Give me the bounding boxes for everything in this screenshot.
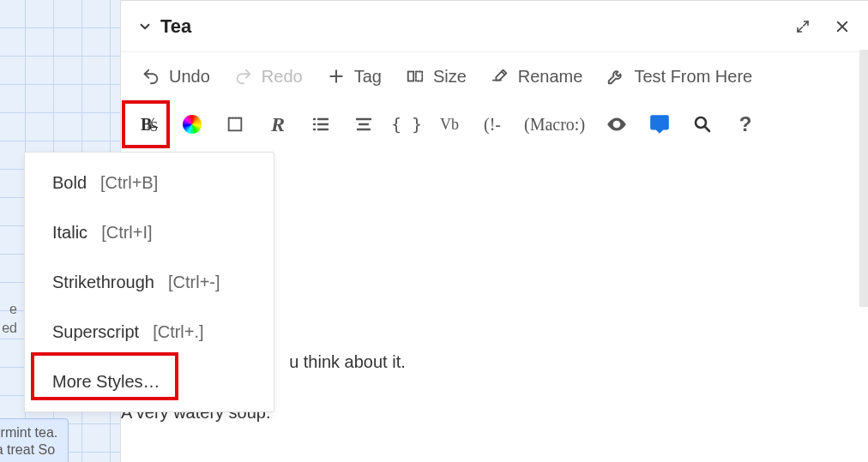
offscreen-passage-snippet-2: permint tea. t a treat So [0,418,69,462]
code-button[interactable]: { } [387,106,426,142]
format-toolbar: B/S R { } Vb (!- (Macro:) [121,100,868,148]
macro-label: (Macro:) [524,115,585,135]
titlebar: Tea [121,1,868,52]
rotation-button[interactable]: R [258,106,298,142]
menu-item-italic[interactable]: Italic [Ctrl+I] [25,207,274,257]
rename-button[interactable]: Rename [479,62,595,92]
svg-rect-0 [408,72,413,81]
svg-point-3 [615,123,618,126]
eye-icon [606,113,628,135]
styles-dropdown: Bold [Ctrl+B] Italic [Ctrl+I] Strikethro… [24,152,274,412]
svg-rect-2 [229,118,242,131]
macro-button[interactable]: (Macro:) [515,106,594,142]
conditional-label: (!- [484,115,501,135]
undo-button[interactable]: Undo [130,62,222,92]
redo-icon [234,67,253,86]
redo-label: Redo [262,67,303,87]
undo-icon [142,67,160,86]
help-button[interactable]: ? [726,106,765,142]
rotation-icon: R [271,113,285,136]
size-button[interactable]: Size [394,62,479,92]
size-label: Size [433,67,467,87]
conditional-button[interactable]: (!- [473,106,512,142]
test-label: Test From Here [634,67,752,87]
tag-button[interactable]: Tag [315,62,394,92]
border-button[interactable] [215,106,255,142]
size-icon [406,67,425,86]
passage-title: Tea [160,15,191,38]
offscreen-passage-snippet-1: e ed [0,300,17,338]
list-button[interactable] [301,106,341,142]
color-button[interactable] [172,106,212,142]
menu-item-strikethrough[interactable]: Strikethrough [Ctrl+-] [25,257,274,307]
comment-button[interactable] [640,106,679,142]
border-icon [226,115,244,134]
menu-item-superscript[interactable]: Superscript [Ctrl+.] [25,307,274,357]
list-icon [310,114,331,135]
rename-label: Rename [518,67,583,87]
var-label: Vb [440,116,459,134]
svg-rect-1 [416,72,422,81]
styles-icon: B/S [141,115,158,135]
scrollbar[interactable] [859,50,868,307]
expand-icon[interactable] [793,16,813,37]
search-button[interactable] [683,106,722,142]
search-icon [692,114,713,135]
var-button[interactable]: Vb [430,106,469,142]
menu-item-bold[interactable]: Bold [Ctrl+B] [25,158,274,207]
wrench-icon [606,67,625,86]
collapse-chevron-icon[interactable] [136,18,154,35]
braces-icon: { } [391,114,422,135]
preview-button[interactable] [597,106,636,142]
comment-icon [648,113,671,135]
align-icon [353,114,374,135]
rainbow-icon [183,115,202,134]
undo-label: Undo [169,67,210,87]
test-from-here-button[interactable]: Test From Here [594,62,764,92]
action-toolbar: Undo Redo Tag Size Rename [121,52,868,100]
menu-item-more-styles[interactable]: More Styles… [25,357,274,406]
close-icon[interactable] [832,16,853,37]
tag-label: Tag [354,67,382,87]
text-styles-button[interactable]: B/S [130,106,169,142]
plus-icon [327,67,346,86]
body-line-1-tail: u think about it. [289,352,406,371]
rename-icon [491,67,509,86]
redo-button: Redo [222,62,315,92]
align-button[interactable] [344,106,383,142]
help-label: ? [739,112,752,136]
